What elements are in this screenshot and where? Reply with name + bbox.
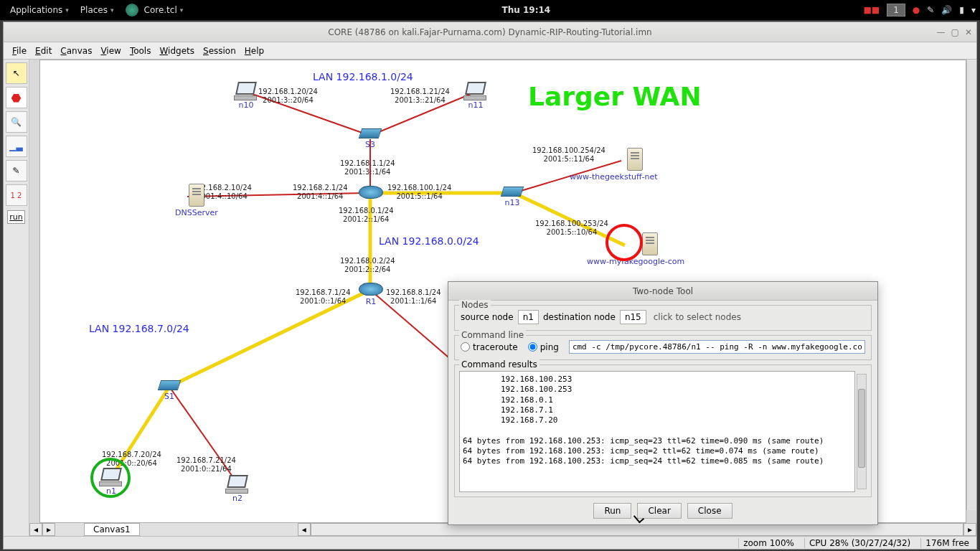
group-results: Command results <box>454 364 872 497</box>
menu-view[interactable]: View <box>96 44 125 57</box>
label-source: source node <box>461 312 514 322</box>
chart-icon: ▁▃ <box>9 141 22 151</box>
group-commandline: Command line traceroute ping <box>454 335 872 360</box>
tool-marker[interactable]: ✎ <box>6 160 27 182</box>
close-button[interactable]: Close <box>687 503 732 519</box>
status-cpu: CPU 28% (30/27/24/32) <box>804 538 915 548</box>
places-menu[interactable]: Places▾ <box>75 5 120 15</box>
radio-ping[interactable]: ping <box>528 342 559 352</box>
menu-file[interactable]: File <box>8 44 31 57</box>
tray-power-icon[interactable]: ▾ <box>971 5 976 15</box>
lan0-label: LAN 192.168.0.0/24 <box>379 235 479 247</box>
applications-menu[interactable]: Applications▾ <box>4 5 75 15</box>
tab-next[interactable]: ▸ <box>42 523 55 536</box>
menu-widgets[interactable]: Widgets <box>155 44 199 57</box>
menubar: File Edit Canvas View Tools Widgets Sess… <box>4 42 976 60</box>
status-zoom: zoom 100% <box>738 538 798 548</box>
group-nodes: Nodes source node n1 destination node n1… <box>454 305 872 331</box>
tab-canvas1[interactable]: Canvas1 <box>84 523 140 536</box>
lan1-label: LAN 192.168.1.0/24 <box>313 71 413 83</box>
iface-r1-up: 192.168.0.2/24 2001:2::2/64 <box>340 257 395 274</box>
group-cmd-label: Command line <box>459 330 526 340</box>
statusbar: zoom 100% CPU 28% (30/27/24/32) 176M fre… <box>4 536 976 549</box>
tool-plot[interactable]: ▁▃ <box>6 136 27 157</box>
mouse-cursor-icon <box>634 512 643 524</box>
menu-edit[interactable]: Edit <box>31 44 56 57</box>
lan7-label: LAN 192.168.7.0/24 <box>89 323 189 334</box>
results-textarea[interactable] <box>459 371 855 492</box>
tool-twonode[interactable]: 1 2 <box>6 184 27 206</box>
iface-geek: 192.168.100.254/24 2001:5::11/64 <box>532 146 606 164</box>
iface-s3: 192.168.1.1/24 2001:3::1/64 <box>340 159 395 176</box>
window-minimize-icon[interactable]: — <box>937 27 946 37</box>
tray-volume-icon[interactable]: 🔊 <box>941 5 952 15</box>
results-scrollbar[interactable] <box>857 374 867 489</box>
tray-record-dot-icon[interactable]: ● <box>913 5 920 15</box>
radio-traceroute[interactable]: traceroute <box>461 342 518 352</box>
tool-run[interactable]: run <box>7 210 24 224</box>
iface-dns: 192.168.2.10/24 2001:4::10/64 <box>192 184 252 201</box>
pencil-icon: ✎ <box>12 166 19 176</box>
two-node-icon: 1 2 <box>11 192 22 199</box>
field-source-node[interactable]: n1 <box>518 310 539 324</box>
menu-canvas[interactable]: Canvas <box>56 44 96 57</box>
run-button[interactable]: Run <box>593 503 631 519</box>
menu-help[interactable]: Help <box>240 44 268 57</box>
group-results-label: Command results <box>459 359 540 369</box>
tool-select[interactable]: ↖ <box>6 62 27 84</box>
hscroll-right[interactable]: ▸ <box>963 523 976 536</box>
tool-observe[interactable]: 🔍 <box>6 111 27 133</box>
workspace-indicator[interactable]: 1 <box>887 4 905 17</box>
svg-line-5 <box>514 161 621 193</box>
taskbar-app[interactable]: Core.tcl▾ <box>120 4 189 17</box>
label-dest: destination node <box>543 312 616 322</box>
window-title: CORE (48786 on kali.Fajar-Purnama.com) D… <box>328 27 651 37</box>
dialog-title: Two-node Tool <box>448 282 877 301</box>
stop-icon: ⬣ <box>11 91 22 105</box>
desktop-top-bar: Applications▾ Places▾ Core.tcl▾ Thu 19:1… <box>0 0 980 20</box>
canvas-vscroll[interactable] <box>966 60 976 510</box>
two-node-dialog: Two-node Tool Nodes source node n1 desti… <box>448 281 878 525</box>
left-toolbar: ↖ ⬣ 🔍 ▁▃ ✎ 1 2 run <box>4 60 29 536</box>
window-maximize-icon[interactable]: ▢ <box>951 27 959 37</box>
iface-n10: 192.168.1.20/24 2001:3::20/64 <box>258 88 318 105</box>
hscroll-left[interactable]: ◂ <box>298 523 311 536</box>
iface-r1-right: 192.168.8.1/24 2001:1::1/64 <box>386 288 441 306</box>
wan-label: Larger WAN <box>528 82 702 111</box>
source-highlight <box>90 458 131 498</box>
clear-button[interactable]: Clear <box>637 503 681 519</box>
tab-prev[interactable]: ◂ <box>29 523 42 536</box>
menu-tools[interactable]: Tools <box>126 44 156 57</box>
tray-accessibility-icon[interactable]: ✎ <box>927 5 934 15</box>
iface-r1-left: 192.168.7.1/24 2001:0::1/64 <box>296 288 351 306</box>
tool-stop[interactable]: ⬣ <box>6 87 27 108</box>
menu-session[interactable]: Session <box>199 44 240 57</box>
tray-battery-icon[interactable]: ▮ <box>959 5 964 15</box>
iface-n11: 192.168.1.21/24 2001:3::21/64 <box>390 88 450 105</box>
iface-fake: 192.168.100.253/24 2001:5::10/64 <box>535 220 608 237</box>
iface-n2: 192.168.7.21/24 2001:0::21/64 <box>176 456 236 474</box>
window-close-icon[interactable]: ✕ <box>965 27 972 37</box>
tray-recorder-icon[interactable]: ■■ <box>863 5 880 15</box>
cursor-icon: ↖ <box>12 68 19 78</box>
iface-rc-right: 192.168.100.1/24 2001:5::1/64 <box>387 184 451 201</box>
window-titlebar: CORE (48786 on kali.Fajar-Purnama.com) D… <box>4 22 976 42</box>
nodes-hint: click to select nodes <box>654 312 741 322</box>
status-mem: 176M free <box>920 538 974 548</box>
command-input[interactable] <box>569 340 865 354</box>
clock: Thu 19:14 <box>189 5 863 15</box>
iface-rc-left: 192.168.2.1/24 2001:4::1/64 <box>293 184 348 201</box>
dest-highlight <box>606 224 643 261</box>
iface-rc-down: 192.168.0.1/24 2001:2::1/64 <box>339 207 394 224</box>
magnifier-icon: 🔍 <box>11 117 22 127</box>
field-dest-node[interactable]: n15 <box>620 310 646 324</box>
group-nodes-label: Nodes <box>459 300 491 310</box>
